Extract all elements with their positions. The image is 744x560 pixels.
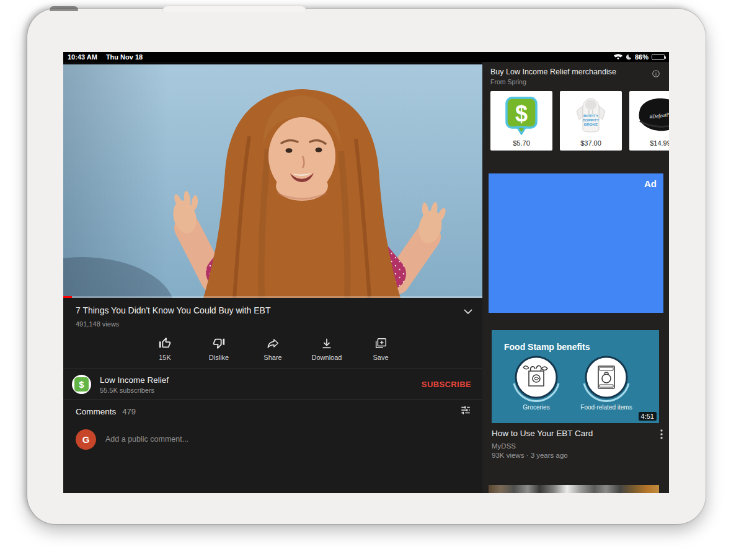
svg-text:BIPPITY: BIPPITY — [583, 113, 599, 118]
svg-text:BROKE: BROKE — [584, 122, 598, 126]
video-frame-person — [63, 62, 482, 298]
ad-badge: Ad — [644, 178, 657, 189]
suggested-video-channel: MyDSS — [492, 442, 650, 450]
merch-item-sticker[interactable]: $ $5.70 — [490, 91, 552, 151]
chevron-down-icon — [464, 306, 472, 317]
dollar-bubble-icon: $ — [74, 377, 89, 392]
merch-item-fanny-pack[interactable]: #DefeatPov $14.99 — [629, 91, 669, 151]
tablet-power-button — [50, 6, 78, 11]
dislike-label: Dislike — [192, 354, 246, 361]
comments-count: 479 — [122, 407, 136, 416]
video-progress-played — [63, 296, 72, 298]
share-button[interactable]: Share — [246, 335, 300, 361]
video-player[interactable] — [63, 62, 482, 298]
thumbnail-right-label: Food-related items — [580, 404, 632, 411]
dollar-sign-logo-icon: $ — [490, 91, 552, 139]
white-hoodie-icon: BIPPITY BOPPITY BROKE — [560, 91, 622, 139]
black-fanny-pack-icon: #DefeatPov — [629, 91, 669, 139]
sort-comments-button[interactable] — [460, 405, 471, 418]
suggested-video-meta: 93K views · 3 years ago — [492, 452, 650, 459]
suggested-video-info[interactable]: How to Use Your EBT Card MyDSS 93K views… — [482, 423, 669, 459]
merch-price: $5.70 — [513, 139, 530, 151]
expand-description-button[interactable] — [464, 306, 472, 317]
merch-header: Buy Low Income Relief merchandise From S… — [482, 62, 669, 85]
battery-icon — [652, 54, 665, 60]
channel-subscriber-count: 55.5K subscribers — [100, 387, 169, 394]
comment-input-placeholder[interactable]: Add a public comment... — [105, 435, 188, 444]
groceries-circle-icon — [514, 357, 559, 401]
merch-price: $37.00 — [580, 139, 601, 151]
app-screen: 10:43 AM Thu Nov 18 86% — [63, 52, 669, 493]
comments-header[interactable]: Comments 479 — [63, 400, 482, 422]
merch-title: Buy Low Income Relief merchandise — [490, 68, 650, 76]
download-icon — [300, 335, 354, 350]
suggested-video-thumbnail[interactable]: Food Stamp benefits — [492, 330, 659, 423]
status-bar: 10:43 AM Thu Nov 18 86% — [63, 52, 669, 62]
related-sidebar: Buy Low Income Relief merchandise From S… — [482, 62, 669, 493]
like-button[interactable]: 15K — [138, 335, 192, 361]
merch-source: From Spring — [490, 78, 650, 85]
share-arrow-icon — [246, 335, 300, 350]
download-button[interactable]: Download — [300, 335, 354, 361]
thumb-down-icon — [192, 335, 246, 350]
video-duration-badge: 4:51 — [639, 412, 657, 421]
user-avatar[interactable]: G — [76, 429, 96, 450]
add-comment-row[interactable]: G Add a public comment... — [63, 422, 482, 455]
more-options-button[interactable] — [660, 429, 663, 442]
thumbnail-left-label: Groceries — [523, 404, 549, 411]
merch-shelf: $ $5.70 BIPPITY — [490, 91, 669, 151]
like-count-label: 15K — [138, 354, 192, 361]
info-icon[interactable] — [652, 69, 660, 81]
tablet-frame: 10:43 AM Thu Nov 18 86% — [27, 9, 706, 524]
video-view-count: 491,148 views — [76, 320, 458, 328]
download-label: Download — [300, 354, 354, 361]
merch-item-hoodie[interactable]: BIPPITY BOPPITY BROKE $37.00 — [560, 91, 622, 151]
save-label: Save — [354, 354, 408, 361]
next-video-thumbnail-partial[interactable] — [489, 485, 659, 493]
thumbnail-heading: Food Stamp benefits — [504, 342, 590, 352]
suggested-video-title[interactable]: How to Use Your EBT Card — [492, 428, 650, 439]
status-time: 10:43 AM — [68, 53, 97, 61]
tablet-top-button — [162, 6, 306, 12]
ad-banner[interactable]: Ad — [489, 173, 663, 313]
video-info: 7 Things You Didn't Know You Could Buy w… — [63, 298, 482, 331]
dislike-button[interactable]: Dislike — [192, 335, 246, 361]
save-button[interactable]: Save — [354, 335, 408, 361]
battery-percent: 86% — [635, 53, 649, 61]
thumb-up-icon — [138, 335, 192, 350]
subscribe-button[interactable]: SUBSCRIBE — [422, 380, 471, 389]
do-not-disturb-moon-icon — [626, 54, 632, 60]
channel-row[interactable]: $ Low Income Relief 55.5K subscribers SU… — [63, 369, 482, 400]
tune-sliders-icon — [460, 405, 471, 418]
svg-text:BOPPITY: BOPPITY — [582, 118, 600, 122]
channel-avatar[interactable]: $ — [72, 375, 91, 394]
save-playlist-icon — [354, 335, 408, 350]
food-items-circle-icon — [584, 357, 629, 401]
video-title: 7 Things You Didn't Know You Could Buy w… — [76, 305, 458, 316]
video-action-bar: 15K Dislike Share — [63, 331, 482, 369]
watch-column: 7 Things You Didn't Know You Could Buy w… — [63, 62, 482, 493]
channel-name[interactable]: Low Income Relief — [100, 375, 169, 385]
status-date: Thu Nov 18 — [106, 53, 143, 61]
share-label: Share — [246, 354, 300, 361]
comments-title: Comments — [76, 407, 116, 416]
merch-price: $14.99 — [650, 139, 669, 151]
video-progress-bar[interactable] — [63, 296, 482, 298]
wifi-icon — [614, 54, 622, 61]
svg-text:$: $ — [515, 101, 528, 126]
